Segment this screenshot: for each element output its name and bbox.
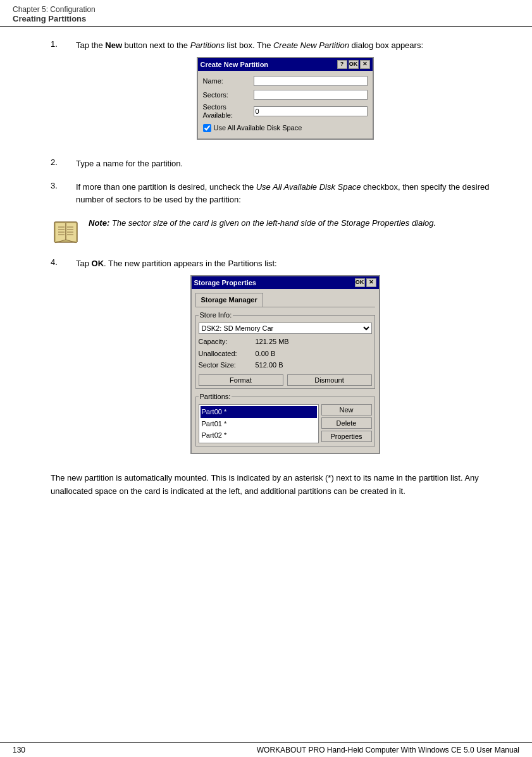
partitions-buttons: New Delete Properties [321,404,372,443]
storage-title: Storage Properties [194,278,256,288]
partitions-list[interactable]: Part00 * Part01 * Part02 * [199,404,319,443]
sectors-label: Sectors: [203,90,254,101]
create-partition-body: Name: Sectors: SectorsAvailable: 0 Use A… [198,71,373,138]
sectors-available-input[interactable]: 0 [254,106,368,116]
storage-ok-button[interactable]: OK [355,278,365,287]
store-dropdown-row: DSK2: SD Memory Car [199,323,372,334]
format-button[interactable]: Format [199,374,283,386]
step-1: 1. Tap the New button next to the Partit… [51,39,494,146]
partition-item-1[interactable]: Part01 * [201,418,317,430]
ok-title-button[interactable]: OK [349,60,359,69]
step-2-text: Type a name for the partition. [76,157,494,170]
properties-button[interactable]: Properties [321,431,372,442]
partition-item-2[interactable]: Part02 * [201,429,317,441]
create-partition-title: Create New Partition [201,59,269,70]
note-content: Note: The sector size of the card is giv… [89,217,436,230]
name-row: Name: [203,76,368,87]
delete-button[interactable]: Delete [321,417,372,429]
chapter-title: Chapter 5: Configuration [13,5,519,14]
note-box: Note: The sector size of the card is giv… [51,217,494,247]
unallocated-row: Unallocated: 0.00 B [199,348,372,359]
use-all-space-checkbox[interactable] [203,124,211,132]
page-header: Chapter 5: Configuration Creating Partit… [0,0,532,27]
note-label: Note: [89,218,109,228]
storage-close-icon[interactable]: ✕ [366,278,376,287]
body-text: The new partition is automatically mount… [51,472,494,498]
step-2-number: 2. [51,157,76,167]
partitions-group: Partitions: Part00 * Part01 * Part02 * N… [195,391,375,446]
use-all-space-row: Use All Available Disk Space [203,123,368,133]
storage-properties-dialog: Storage Properties OK ✕ Storage Manager … [190,275,380,454]
new-button[interactable]: New [321,404,372,415]
section-title: Creating Partitions [13,14,519,23]
sector-size-label: Sector Size: [199,360,256,371]
storage-titlebar: Storage Properties OK ✕ [192,276,379,290]
capacity-value: 121.25 MB [256,336,289,347]
page-content: 1. Tap the New button next to the Partit… [0,27,532,510]
name-label: Name: [203,76,254,87]
step-3: 3. If more than one partition is desired… [51,181,494,206]
capacity-row: Capacity: 121.25 MB [199,336,372,347]
partition-item-0[interactable]: Part00 * [201,406,317,418]
storage-body: Storage Manager Store Info: DSK2: SD Mem… [192,289,379,453]
create-partition-titlebar: Create New Partition ? OK ✕ [198,58,373,71]
step-2: 2. Type a name for the partition. [51,157,494,170]
store-info-legend: Store Info: [199,310,233,321]
tab-storage-manager[interactable]: Storage Manager [195,293,263,307]
dismount-button[interactable]: Dismount [287,374,372,386]
sector-size-value: 512.00 B [256,360,283,371]
step-1-text: Tap the New button next to the Partition… [76,39,494,146]
use-all-space-label: Use All Available Disk Space [214,123,302,133]
note-icon [51,217,81,247]
step-1-number: 1. [51,39,76,49]
close-icon[interactable]: ✕ [360,60,370,69]
partitions-legend: Partitions: [199,391,232,402]
book-icon [52,218,80,246]
step-4: 4. Tap OK. The new partition appears in … [51,257,494,460]
create-partition-title-buttons: ? OK ✕ [337,60,370,69]
unallocated-value: 0.00 B [256,348,276,359]
tab-bar: Storage Manager [195,293,375,307]
sectors-available-row: SectorsAvailable: 0 [203,103,368,120]
step-3-number: 3. [51,181,76,190]
name-input[interactable] [254,76,368,86]
partitions-inner: Part00 * Part01 * Part02 * New Delete Pr… [199,404,372,443]
book-title: WORKABOUT PRO Hand-Held Computer With Wi… [257,746,519,754]
note-text: The sector size of the card is given on … [112,218,436,228]
capacity-label: Capacity: [199,336,256,347]
store-info-group: Store Info: DSK2: SD Memory Car Capacity… [195,310,375,389]
store-dropdown[interactable]: DSK2: SD Memory Car [199,323,372,334]
step-3-text: If more than one partition is desired, u… [76,181,494,206]
create-new-partition-dialog: Create New Partition ? OK ✕ Name: Sector… [197,57,374,140]
sector-size-row: Sector Size: 512.00 B [199,360,372,371]
store-btn-row: Format Dismount [199,374,372,386]
sectors-input[interactable] [254,90,368,100]
storage-title-buttons: OK ✕ [355,278,376,287]
step-4-text: Tap OK. The new partition appears in the… [76,257,494,460]
sectors-available-label: SectorsAvailable: [203,103,254,120]
step-4-number: 4. [51,257,76,267]
page-footer: 130 WORKABOUT PRO Hand-Held Computer Wit… [0,742,532,757]
unallocated-label: Unallocated: [199,348,256,359]
sectors-row: Sectors: [203,90,368,101]
store-info-rows: Capacity: 121.25 MB Unallocated: 0.00 B … [199,336,372,371]
page-number: 130 [13,746,25,754]
help-button[interactable]: ? [337,60,347,69]
